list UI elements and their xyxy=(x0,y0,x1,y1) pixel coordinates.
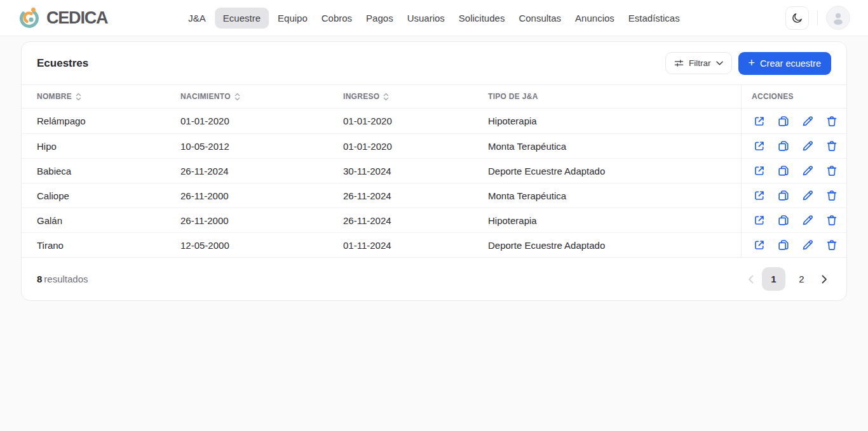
trash-icon xyxy=(825,140,838,152)
edit-record-button[interactable] xyxy=(800,188,815,203)
cell-nombre: Babieca xyxy=(22,159,180,183)
edit-record-button[interactable] xyxy=(800,138,815,154)
nav-item[interactable]: Cobros xyxy=(315,8,359,29)
external-link-icon xyxy=(753,214,766,227)
filter-button[interactable]: Filtrar xyxy=(665,52,732,74)
cell-nombre: Hipo xyxy=(22,134,180,158)
brand-logo[interactable]: CEDICA xyxy=(18,6,107,29)
results-count: 8resultados xyxy=(37,274,88,284)
column-header[interactable]: NACIMIENTO xyxy=(180,85,343,108)
nav-item[interactable]: Estadísticas xyxy=(621,8,687,29)
topbar: CEDICA J&A Ecuestre Equipo Cobros Pagos … xyxy=(0,0,868,36)
column-header[interactable]: INGRESO xyxy=(343,85,488,108)
copy-record-button[interactable] xyxy=(776,138,791,154)
nav-item[interactable]: Usuarios xyxy=(400,8,452,29)
cell-tipo: Monta Terapéutica xyxy=(488,134,741,158)
trash-icon xyxy=(825,214,838,227)
copy-icon xyxy=(777,115,790,128)
table-row: Tirano 12-05-2000 01-11-2024 Deporte Ecu… xyxy=(22,232,846,257)
card-header: Ecuestres Filtrar + xyxy=(22,42,846,85)
user-icon xyxy=(830,10,846,26)
open-record-button[interactable] xyxy=(752,237,767,253)
chevron-down-icon xyxy=(716,61,723,65)
pagination: 1 2 xyxy=(744,267,831,291)
cell-nacimiento: 26-11-2024 xyxy=(180,159,343,183)
cell-nombre: Galán xyxy=(22,208,180,232)
next-page-button[interactable] xyxy=(818,271,831,288)
copy-record-button[interactable] xyxy=(776,237,791,253)
edit-record-button[interactable] xyxy=(800,213,815,228)
chevron-left-icon xyxy=(748,275,754,284)
nav-item[interactable]: J&A xyxy=(181,8,213,29)
copy-record-button[interactable] xyxy=(776,188,791,203)
page-number-button[interactable]: 2 xyxy=(790,267,813,291)
brand-logo-icon xyxy=(18,6,41,29)
nav-item[interactable]: Anuncios xyxy=(568,8,621,29)
copy-icon xyxy=(777,214,790,227)
table-row: Relámpago 01-01-2020 01-01-2020 Hipotera… xyxy=(22,109,846,133)
copy-icon xyxy=(777,239,790,251)
cell-tipo: Hipoterapia xyxy=(488,109,741,133)
column-header[interactable]: TIPO DE J&A xyxy=(488,85,741,108)
table-row: Caliope 26-11-2000 26-11-2024 Monta Tera… xyxy=(22,183,846,208)
create-ecuestre-label: Crear ecuestre xyxy=(760,58,821,69)
moon-icon xyxy=(791,12,803,24)
cell-acciones xyxy=(741,159,846,183)
sort-icon xyxy=(76,93,81,101)
open-record-button[interactable] xyxy=(752,213,767,228)
ecuestres-card: Ecuestres Filtrar + xyxy=(21,41,847,301)
page-number-button[interactable]: 1 xyxy=(762,267,785,291)
delete-record-button[interactable] xyxy=(824,163,839,178)
cell-nombre: Relámpago xyxy=(22,109,180,133)
edit-record-button[interactable] xyxy=(800,237,815,253)
column-header-label: NACIMIENTO xyxy=(180,92,231,101)
cell-ingreso: 01-11-2024 xyxy=(343,233,488,257)
delete-record-button[interactable] xyxy=(824,138,839,154)
cell-ingreso: 26-11-2024 xyxy=(343,208,488,232)
sort-icon xyxy=(234,93,240,101)
create-ecuestre-button[interactable]: + Crear ecuestre xyxy=(738,52,831,75)
cell-tipo: Monta Terapéutica xyxy=(488,183,741,208)
cell-nacimiento: 10-05-2012 xyxy=(180,134,343,158)
open-record-button[interactable] xyxy=(752,163,767,178)
nav-item[interactable]: Pagos xyxy=(359,8,400,29)
theme-toggle-button[interactable] xyxy=(785,6,809,30)
nav-item[interactable]: Ecuestre xyxy=(215,8,269,29)
sort-icon xyxy=(383,93,389,101)
delete-record-button[interactable] xyxy=(824,114,839,129)
results-count-number: 8 xyxy=(37,274,42,284)
copy-record-button[interactable] xyxy=(776,114,791,129)
delete-record-button[interactable] xyxy=(824,237,839,253)
pencil-icon xyxy=(801,239,814,251)
delete-record-button[interactable] xyxy=(824,188,839,203)
column-header[interactable]: NOMBRE xyxy=(22,85,180,108)
copy-record-button[interactable] xyxy=(776,213,791,228)
edit-record-button[interactable] xyxy=(800,163,815,178)
previous-page-button[interactable] xyxy=(744,271,757,288)
divider xyxy=(817,11,818,25)
cell-tipo: Hipoterapia xyxy=(488,208,741,232)
delete-record-button[interactable] xyxy=(824,213,839,228)
copy-icon xyxy=(777,189,790,202)
edit-record-button[interactable] xyxy=(800,114,815,129)
nav-item[interactable]: Consultas xyxy=(512,8,568,29)
open-record-button[interactable] xyxy=(752,188,767,203)
copy-record-button[interactable] xyxy=(776,163,791,178)
external-link-icon xyxy=(753,189,766,202)
cell-acciones xyxy=(741,233,846,257)
cell-ingreso: 01-01-2020 xyxy=(343,109,488,133)
open-record-button[interactable] xyxy=(752,138,767,154)
open-record-button[interactable] xyxy=(752,114,767,129)
cell-tipo: Deporte Ecuestre Adaptado xyxy=(488,159,741,183)
cell-acciones xyxy=(741,208,846,232)
nav-item[interactable]: Equipo xyxy=(271,8,315,29)
page-title: Ecuestres xyxy=(37,57,88,70)
external-link-icon xyxy=(753,239,766,251)
cell-nombre: Caliope xyxy=(22,183,180,208)
nav-item[interactable]: Solicitudes xyxy=(452,8,512,29)
results-count-label: resultados xyxy=(44,274,88,284)
column-header[interactable]: ACCIONES xyxy=(741,85,846,108)
cell-acciones xyxy=(741,183,846,208)
avatar[interactable] xyxy=(826,6,850,30)
cell-ingreso: 26-11-2024 xyxy=(343,183,488,208)
